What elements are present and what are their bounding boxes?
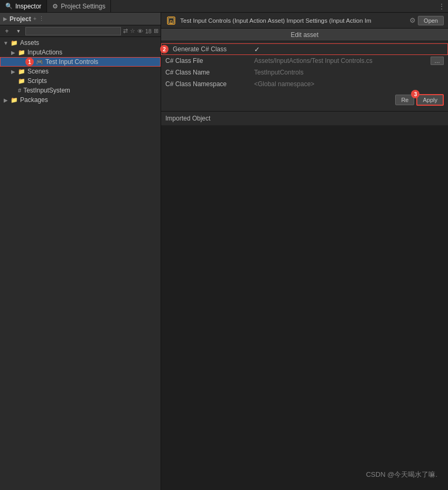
project-panel-title: Project [10,15,31,23]
add-button[interactable]: + [2,26,12,36]
panel-add-icon[interactable]: + [33,15,36,22]
tic-asset-icon: 🎮 [36,59,43,66]
inputactions-folder-icon: 📁 [18,49,25,56]
asset-cube-icon: {} [165,15,177,26]
inspector-asset-title: Test Input Controls (Input Action Asset)… [180,17,406,24]
star-icon[interactable]: ☆ [130,27,135,34]
main-layout: ▶ Project + ⋮ + ▼ ⇄ ☆ 👁 18 ⊞ [0,13,448,490]
layer-count: 18 [145,28,152,34]
tab-bar: 🔍 Inspector ⚙ Project Settings ⋮ [0,0,448,13]
browse-button[interactable]: … [431,57,444,65]
inspector-tab-label: Inspector [15,3,41,10]
generate-csharp-label: Generate C# Class [165,45,250,53]
inputactions-expand-arrow[interactable]: ▶ [10,50,17,56]
apply-button[interactable]: Apply [416,94,444,106]
tree-item-testinputsystem[interactable]: # TestInputSystem [0,86,161,95]
csharp-namespace-value: <Global namespace> [254,80,444,88]
edit-asset-bar: Edit asset [161,29,448,41]
tic-label: Test Input Controls [45,58,98,66]
settings-tab-icon: ⚙ [52,3,58,10]
edit-asset-label: Edit asset [291,31,319,39]
tab-bar-menu-icon[interactable]: ⋮ [438,3,445,10]
csharp-name-label: C# Class Name [165,69,250,76]
packages-folder-icon: 📁 [11,97,18,104]
tab-bar-actions: ⋮ [438,3,448,10]
apply-button-container: 3 Apply [416,94,444,106]
csharp-namespace-label: C# Class Namespace [165,80,250,88]
scenes-expand-arrow[interactable]: ▶ [10,69,17,75]
imported-section: Imported Object [161,111,448,125]
generate-csharp-checkbox[interactable]: ✓ [254,45,260,53]
inspector-empty-area [161,125,448,490]
search-input[interactable] [25,27,121,35]
scripts-folder-icon: 📁 [18,78,25,85]
project-panel: ▶ Project + ⋮ + ▼ ⇄ ☆ 👁 18 ⊞ [0,13,161,490]
inspector-actions: Re 3 Apply [161,92,448,108]
csharp-namespace-row: C# Class Namespace <Global namespace> [161,78,448,90]
assets-folder-icon: 📁 [11,40,18,47]
settings-tab-label: Project Settings [61,3,105,10]
inspector-asset-header: {} Test Input Controls (Input Action Ass… [161,13,448,29]
tab-project-settings[interactable]: ⚙ Project Settings [47,0,111,12]
tree-item-test-input-controls[interactable]: 1 🎮 Test Input Controls [0,57,161,67]
inspector-panel: {} Test Input Controls (Input Action Ass… [161,13,448,490]
dropdown-arrow[interactable]: ▼ [14,26,23,36]
imported-object-label: Imported Object [161,112,448,125]
tis-hash-icon: # [18,87,21,94]
tis-label: TestInputSystem [23,87,70,94]
tree-item-scripts[interactable]: 📁 Scripts [0,76,161,86]
scenes-folder-icon: 📁 [18,68,25,75]
scenes-label: Scenes [27,68,49,75]
packages-label: Packages [20,96,48,104]
scripts-label: Scripts [27,77,47,85]
inspector-body: 2 Generate C# Class ✓ C# Class File Asse… [161,41,448,92]
inspector-header-actions: ⚙ Open [409,16,444,25]
eye-icon[interactable]: 👁 [137,28,143,34]
assets-expand-arrow[interactable]: ▼ [2,40,10,46]
tab-inspector[interactable]: 🔍 Inspector [0,0,47,12]
assets-label: Assets [20,39,39,47]
project-panel-header: ▶ Project + ⋮ [0,13,161,25]
tree-item-packages[interactable]: ▶ 📁 Packages [0,95,161,105]
csharp-file-label: C# Class File [165,57,250,64]
packages-expand-arrow[interactable]: ▶ [2,97,10,103]
inputactions-label: InputActions [27,49,62,56]
csharp-name-value: TestInputControls [254,69,444,76]
csharp-name-row: C# Class Name TestInputControls [161,67,448,78]
csharp-file-value: Assets/InputActions/Test Input Controls.… [254,57,426,64]
inspector-tab-icon: 🔍 [5,3,13,10]
generate-csharp-row: 2 Generate C# Class ✓ [161,43,448,55]
watermark: CSDN @今天喝水了嘛. [366,470,437,479]
panel-menu-icon[interactable]: ⋮ [39,15,44,22]
step-badge-1: 1 [25,58,34,66]
folder-collapse-icon[interactable]: ▶ [3,16,7,22]
svg-text:{}: {} [170,19,173,24]
tree-item-inputactions[interactable]: ▶ 📁 InputActions [0,48,161,57]
open-button[interactable]: Open [418,16,444,25]
project-tree: ▼ 📁 Assets ▶ 📁 InputActions 1 🎮 Test Inp… [0,37,161,490]
inspector-settings-icon[interactable]: ⚙ [409,16,416,24]
csharp-file-row: C# Class File Assets/InputActions/Test I… [161,55,448,67]
project-toolbar: + ▼ ⇄ ☆ 👁 18 ⊞ [0,25,161,37]
tree-item-scenes[interactable]: ▶ 📁 Scenes [0,67,161,76]
sync-icon[interactable]: ⇄ [123,27,128,34]
layer-icon: ⊞ [154,27,158,34]
tree-item-assets[interactable]: ▼ 📁 Assets [0,38,161,48]
step-badge-2: 2 [160,45,169,53]
